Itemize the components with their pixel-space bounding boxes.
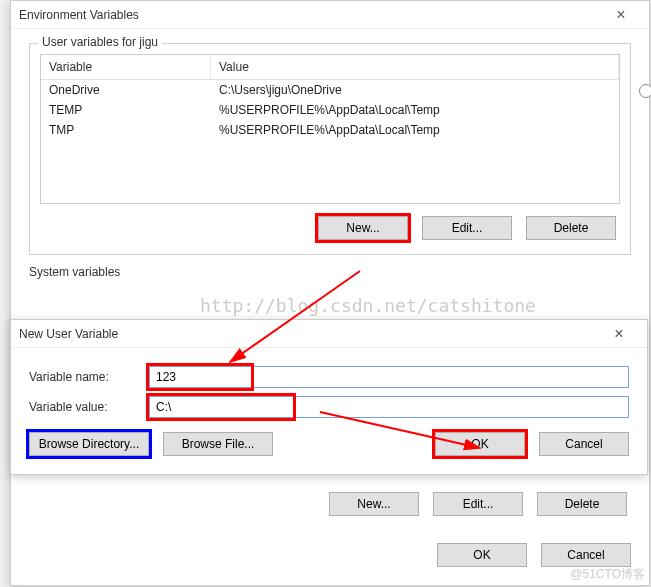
browse-directory-button[interactable]: Browse Directory... xyxy=(29,432,149,456)
col-variable[interactable]: Variable xyxy=(41,55,211,79)
sys-edit-button[interactable]: Edit... xyxy=(433,492,523,516)
newvar-button-row: Browse Directory... Browse File... OK Ca… xyxy=(11,426,647,462)
footer-watermark: @51CTO博客 xyxy=(570,566,645,583)
user-buttons-row: New... Edit... Delete xyxy=(40,204,620,246)
user-variables-table[interactable]: Variable Value OneDrive C:\Users\jigu\On… xyxy=(40,54,620,204)
env-titlebar: Environment Variables × xyxy=(11,1,649,29)
variable-name-row: Variable name: xyxy=(29,366,629,388)
system-buttons-row: New... Edit... Delete xyxy=(325,480,631,522)
environment-variables-dialog: Environment Variables × User variables f… xyxy=(10,0,650,586)
env-title: Environment Variables xyxy=(19,8,601,22)
newvar-titlebar: New User Variable × xyxy=(11,320,647,348)
edit-button[interactable]: Edit... xyxy=(422,216,512,240)
newvar-cancel-button[interactable]: Cancel xyxy=(539,432,629,456)
variable-value-label: Variable value: xyxy=(29,400,149,414)
cell-var: OneDrive xyxy=(41,80,211,100)
table-header: Variable Value xyxy=(41,55,619,80)
delete-button[interactable]: Delete xyxy=(526,216,616,240)
variable-name-input[interactable] xyxy=(149,366,629,388)
cell-var: TMP xyxy=(41,120,211,140)
cell-val: %USERPROFILE%\AppData\Local\Temp xyxy=(211,120,619,140)
variable-value-input[interactable] xyxy=(149,396,629,418)
table-row[interactable]: TMP %USERPROFILE%\AppData\Local\Temp xyxy=(41,120,619,140)
sys-delete-button[interactable]: Delete xyxy=(537,492,627,516)
new-user-variable-dialog: New User Variable × Variable name: Varia… xyxy=(10,319,648,475)
variable-name-label: Variable name: xyxy=(29,370,149,384)
close-icon[interactable]: × xyxy=(599,325,639,343)
browse-file-button[interactable]: Browse File... xyxy=(163,432,273,456)
sys-new-button[interactable]: New... xyxy=(329,492,419,516)
new-button[interactable]: New... xyxy=(318,216,408,240)
variable-value-row: Variable value: xyxy=(29,396,629,418)
close-icon[interactable]: × xyxy=(601,6,641,24)
newvar-title: New User Variable xyxy=(19,327,599,341)
system-variables-label: System variables xyxy=(29,265,631,279)
env-ok-button[interactable]: OK xyxy=(437,543,527,567)
user-group-title: User variables for jigu xyxy=(38,35,162,49)
env-cancel-button[interactable]: Cancel xyxy=(541,543,631,567)
cell-val: %USERPROFILE%\AppData\Local\Temp xyxy=(211,100,619,120)
col-value[interactable]: Value xyxy=(211,55,619,79)
table-row[interactable]: OneDrive C:\Users\jigu\OneDrive xyxy=(41,80,619,100)
cell-val: C:\Users\jigu\OneDrive xyxy=(211,80,619,100)
user-variables-group: User variables for jigu Variable Value O… xyxy=(29,43,631,255)
env-bottom-buttons: OK Cancel xyxy=(11,533,649,577)
cell-var: TEMP xyxy=(41,100,211,120)
newvar-ok-button[interactable]: OK xyxy=(435,432,525,456)
background-radio[interactable] xyxy=(639,84,651,98)
table-row[interactable]: TEMP %USERPROFILE%\AppData\Local\Temp xyxy=(41,100,619,120)
